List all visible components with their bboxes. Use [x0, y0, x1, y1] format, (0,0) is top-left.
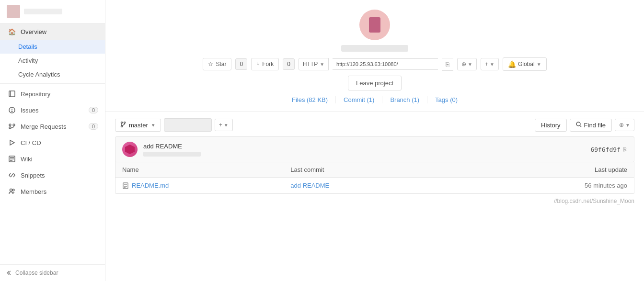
global-label: Global	[518, 61, 535, 67]
repo-url-input[interactable]	[333, 58, 438, 70]
snippets-icon	[8, 171, 16, 179]
sidebar-item-overview[interactable]: 🏠 Overview	[0, 23, 105, 40]
commit-author-avatar	[122, 142, 138, 157]
star-icon: ☆	[208, 61, 213, 67]
repo-avatar	[359, 10, 390, 40]
protocol-chevron-icon: ▼	[320, 62, 324, 67]
sidebar-subitem-cycle-analytics-label: Cycle Analytics	[18, 71, 60, 78]
bell-icon: 🔔	[508, 60, 516, 68]
star-button[interactable]: ☆ Star	[203, 58, 231, 70]
sidebar: 🏠 Overview Details Activity Cycle Analyt…	[0, 0, 105, 281]
svg-point-7	[9, 127, 11, 129]
branch-left: master ▼ + ▼	[115, 118, 233, 132]
merge-requests-icon	[8, 123, 16, 130]
wiki-icon	[8, 155, 16, 163]
sidebar-item-overview-label: Overview	[21, 28, 46, 35]
sidebar-item-snippets[interactable]: Snippets	[0, 167, 105, 183]
file-table-header: Name Last commit Last update	[115, 162, 634, 178]
history-button[interactable]: History	[535, 119, 566, 132]
commit-meta	[143, 152, 201, 157]
copy-url-button[interactable]: ⎘	[442, 58, 453, 71]
sidebar-item-wiki-label: Wiki	[21, 156, 33, 163]
svg-point-15	[10, 189, 12, 191]
file-browser: master ▼ + ▼ History	[105, 112, 644, 281]
stat-tags[interactable]: Tags (0)	[427, 96, 465, 103]
merge-requests-badge: 0	[89, 123, 98, 130]
branch-selector[interactable]: master ▼	[115, 119, 161, 132]
link-icon: ⊕	[461, 61, 466, 67]
branch-search-placeholder	[164, 118, 212, 132]
sidebar-item-ci-cd[interactable]: CI / CD	[0, 135, 105, 151]
sidebar-item-repository-label: Repository	[21, 90, 50, 98]
add-file-button[interactable]: + ▼	[215, 119, 233, 131]
stats-row: Files (82 KB) Commit (1) Branch (1) Tags…	[284, 90, 465, 103]
table-row: README.md add README 56 minutes ago	[115, 178, 634, 193]
star-label: Star	[216, 61, 226, 67]
protocol-selector[interactable]: HTTP ▼	[299, 58, 329, 70]
svg-rect-0	[9, 91, 15, 97]
sidebar-subitem-cycle-analytics[interactable]: Cycle Analytics	[0, 67, 105, 81]
fork-label: Fork	[262, 61, 274, 67]
sidebar-subitem-activity[interactable]: Activity	[0, 54, 105, 67]
ssh-chevron-icon: ▼	[468, 62, 472, 67]
commit-hash-area: 69f6fd9f ⎘	[590, 146, 627, 153]
sidebar-item-issues-label: Issues	[21, 107, 39, 114]
stat-commit[interactable]: Commit (1)	[336, 96, 382, 103]
file-name: README.md	[132, 182, 169, 189]
sidebar-item-wiki[interactable]: Wiki	[0, 151, 105, 167]
commit-avatar-shape	[125, 145, 135, 154]
global-chevron-icon: ▼	[537, 62, 541, 67]
stat-files[interactable]: Files (82 KB)	[284, 96, 336, 103]
tags-link[interactable]: Tags (0)	[435, 96, 458, 103]
find-file-button[interactable]: Find file	[570, 119, 612, 132]
svg-point-19	[124, 122, 126, 123]
ci-cd-icon	[8, 139, 16, 146]
search-icon	[576, 122, 582, 129]
collapse-sidebar-button[interactable]: Collapse sidebar	[0, 264, 105, 281]
svg-point-5	[9, 124, 11, 126]
file-name-link[interactable]: README.md	[122, 182, 290, 189]
download-icon: ⊕	[619, 122, 624, 128]
sidebar-item-merge-requests[interactable]: Merge Requests 0	[0, 118, 105, 135]
stat-branch[interactable]: Branch (1)	[382, 96, 427, 103]
file-icon	[122, 182, 129, 189]
commit-link[interactable]: Commit (1)	[344, 96, 374, 103]
plus-dropdown-button[interactable]: + ▼	[481, 58, 499, 70]
leave-project-label: Leave project	[356, 79, 393, 87]
plus-icon: +	[485, 61, 488, 67]
more-options-button[interactable]: ⊕ ▼	[615, 119, 634, 131]
svg-point-6	[13, 124, 15, 126]
issues-icon	[8, 106, 16, 114]
svg-marker-9	[10, 140, 14, 145]
git-branch-icon	[120, 122, 126, 129]
fork-button[interactable]: ⑂ Fork	[251, 58, 279, 70]
copy-hash-button[interactable]: ⎘	[623, 146, 627, 153]
col-last-update-header: Last update	[459, 166, 627, 173]
file-commit-link[interactable]: add README	[290, 182, 459, 189]
add-chevron-icon: ▼	[224, 123, 229, 128]
repo-header: ☆ Star 0 ⑂ Fork 0 HTTP ▼ ⎘ ⊕ ▼ +	[105, 0, 644, 112]
sidebar-item-members[interactable]: Members	[0, 183, 105, 200]
files-link[interactable]: Files (82 KB)	[292, 96, 328, 103]
branch-toolbar: master ▼ + ▼ History	[115, 112, 634, 136]
leave-project-button[interactable]: Leave project	[348, 76, 402, 90]
sidebar-item-snippets-label: Snippets	[21, 172, 45, 179]
fork-icon: ⑂	[256, 61, 260, 67]
branch-chevron-icon: ▼	[151, 123, 156, 128]
sidebar-subitem-details[interactable]: Details	[0, 40, 105, 54]
sidebar-item-issues[interactable]: Issues 0	[0, 102, 105, 118]
collapse-sidebar-label: Collapse sidebar	[15, 270, 58, 276]
branch-name: master	[129, 122, 148, 129]
branch-link[interactable]: Branch (1)	[390, 96, 419, 103]
svg-point-4	[12, 111, 12, 112]
protocol-label: HTTP	[303, 61, 318, 67]
notification-button[interactable]: 🔔 Global ▼	[503, 57, 547, 71]
history-label: History	[541, 122, 560, 129]
sidebar-item-merge-requests-label: Merge Requests	[21, 123, 66, 130]
ssh-dropdown-button[interactable]: ⊕ ▼	[457, 58, 477, 70]
repository-icon	[8, 90, 16, 98]
file-last-update: 56 minutes ago	[459, 182, 627, 189]
svg-line-22	[580, 125, 581, 127]
sidebar-header	[0, 0, 105, 23]
sidebar-item-repository[interactable]: Repository	[0, 86, 105, 102]
